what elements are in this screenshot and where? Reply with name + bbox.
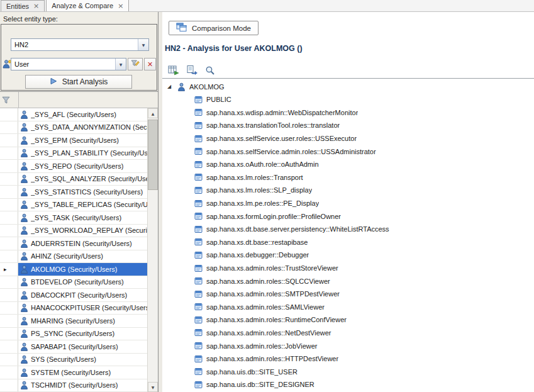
chevron-down-icon[interactable]: ▼ xyxy=(115,59,126,70)
user-list-item[interactable]: _SYS_TABLE_REPLICAS (Security/Users) xyxy=(0,199,147,212)
tree-item-role[interactable]: sap.hana.xs.dt.base.server.persistency::… xyxy=(162,223,534,236)
user-list-item[interactable]: BTDEVELOP (Security/Users) xyxy=(0,276,147,289)
user-list-item[interactable]: ADUERRSTEIN (Security/Users) xyxy=(0,237,147,250)
scroll-down-icon[interactable]: ▼ xyxy=(148,382,158,392)
user-list-rows: _SYS_AFL (Security/Users)_SYS_DATA_ANONY… xyxy=(0,108,147,392)
user-list-item[interactable]: TSCHMIDT (Security/Users) xyxy=(0,379,147,392)
tree-root-item[interactable]: ◢ AKOLMOG xyxy=(162,80,534,93)
user-name: SYSTEM (Security/Users) xyxy=(31,369,111,376)
user-name: _SYS_WORKLOAD_REPLAY (Security/Users) xyxy=(31,227,147,234)
role-name: sap.hana.xs.debugger::Debugger xyxy=(206,251,309,259)
export-file-button[interactable] xyxy=(186,64,198,76)
role-name: sap.hana.xs.admin.roles::SAMLViewer xyxy=(206,303,325,311)
tree-item-role[interactable]: sap.hana.xs.selfService.user.roles::USSE… xyxy=(162,132,534,145)
tree-item-role[interactable]: sap.hana.xs.lm.roles::SLP_display xyxy=(162,184,534,197)
user-list-item[interactable]: _SYS_PLAN_STABILITY (Security/Users) xyxy=(0,147,147,160)
tree-item-role[interactable]: sap.hana.xs.admin.roles::SAMLViewer xyxy=(162,301,534,314)
user-icon xyxy=(20,291,28,300)
tree-item-role[interactable]: sap.hana.xs.admin.roles::RuntimeConfView… xyxy=(162,313,534,327)
tree-expander-icon[interactable]: ◢ xyxy=(167,84,174,89)
scroll-up-icon[interactable]: ▲ xyxy=(148,108,158,118)
user-list-item[interactable]: SYS (Security/Users) xyxy=(0,354,147,367)
row-selection-marker xyxy=(0,211,18,224)
user-list-item[interactable]: _SYS_AFL (Security/Users) xyxy=(0,108,147,121)
tree-item-role[interactable]: sap.hana.uis.db::SITE_DESIGNER xyxy=(162,378,534,391)
select-entity-type-label: Select entity type: xyxy=(3,15,58,23)
filter-edit-button[interactable] xyxy=(128,58,143,70)
system-combo[interactable]: HN2 ▼ xyxy=(11,38,149,51)
tree-item-role[interactable]: sap.hana.xs.lm.roles::Transport xyxy=(162,171,534,184)
user-list-item[interactable]: _SYS_DATA_ANONYMIZATION (Security/Users) xyxy=(0,121,147,135)
chevron-down-icon[interactable]: ▼ xyxy=(138,39,148,50)
tree-root-label: AKOLMOG xyxy=(189,83,225,91)
role-icon xyxy=(194,277,203,285)
tree-item-role[interactable]: sap.hana.xs.oAuth.role::oAuthAdmin xyxy=(162,158,534,171)
tree-item-role[interactable]: sap.hana.xs.admin.roles::TrustStoreViewe… xyxy=(162,262,534,275)
start-analysis-button[interactable]: Start Analysis xyxy=(25,75,132,89)
role-icon xyxy=(194,264,203,272)
tree-item-role[interactable]: sap.hana.xs.admin.roles::SQLCCViewer xyxy=(162,274,534,288)
user-list-item[interactable]: _SYS_STATISTICS (Security/Users) xyxy=(0,186,147,199)
tree-item-role[interactable]: sap.hana.xs.admin.roles::HTTPDestViewer xyxy=(162,352,534,366)
tree-item-role[interactable]: sap.hana.xs.wdisp.admin::WebDispatcherMo… xyxy=(162,106,534,120)
user-name: TSCHMIDT (Security/Users) xyxy=(31,381,118,389)
user-list-item[interactable]: DBACOCKPIT (Security/Users) xyxy=(0,289,147,302)
role-name: sap.hana.xs.lm.roles::SLP_display xyxy=(206,186,312,194)
tree-item-role[interactable]: sap.hana.xs.lm.pe.roles::PE_Display xyxy=(162,197,534,210)
user-list-item[interactable]: ▸AKOLMOG (Security/Users) xyxy=(0,263,147,276)
tree-item-role[interactable]: sap.hana.xs.admin.roles::NetDestViewer xyxy=(162,327,534,340)
entity-combo[interactable]: User ▼ xyxy=(11,58,126,70)
user-list-item[interactable]: SYSTEM (Security/Users) xyxy=(0,366,147,379)
user-list-item[interactable]: _SYS_REPO (Security/Users) xyxy=(0,160,147,173)
user-list-item[interactable]: PS_SYNC (Security/Users) xyxy=(0,328,147,341)
tree-item-role[interactable]: PUBLIC xyxy=(162,93,534,106)
role-name: sap.hana.xs.dt.base.server.persistency::… xyxy=(206,225,389,233)
comparison-mode-button[interactable]: Comparison Mode xyxy=(169,21,259,35)
vertical-scrollbar[interactable]: ▲ ▼ xyxy=(147,108,158,392)
user-name: DBACOCKPIT (Security/Users) xyxy=(31,291,127,299)
user-list-item[interactable]: AHINZ (Security/Users) xyxy=(0,250,147,264)
role-icon xyxy=(194,212,203,220)
scrollbar-thumb[interactable] xyxy=(148,120,158,190)
user-list-item[interactable]: _SYS_EPM (Security/Users) xyxy=(0,134,147,147)
role-name: sap.hana.xs.oAuth.role::oAuthAdmin xyxy=(206,160,319,168)
row-selection-marker xyxy=(0,354,18,366)
close-icon[interactable]: × xyxy=(33,3,39,9)
filter-funnel-icon[interactable] xyxy=(2,96,10,104)
user-list-item[interactable]: SAPABAP1 (Security/Users) xyxy=(0,340,147,354)
user-list-item[interactable]: HANACOCKPITUSER (Security/Users) xyxy=(0,302,147,315)
user-list-item[interactable]: _SYS_SQL_ANALYZER (Security/Users) xyxy=(0,173,147,186)
zoom-icon[interactable] xyxy=(204,64,216,76)
row-selection-marker xyxy=(0,315,18,327)
user-name: _SYS_REPO (Security/Users) xyxy=(31,162,123,170)
row-selection-marker xyxy=(0,379,18,392)
user-list-item[interactable]: MHARING (Security/Users) xyxy=(0,315,147,328)
tree-item-role[interactable]: sap.hana.xs.admin.roles::JobViewer xyxy=(162,339,534,352)
user-name: AHINZ (Security/Users) xyxy=(31,252,103,260)
entity-selection-panel: Select entity type: HN2 ▼ User ▼ ✕ xyxy=(0,12,159,392)
tree-item-role[interactable]: sap.hana.xs.debugger::Debugger xyxy=(162,249,534,262)
tree-item-role[interactable]: sap.hana.xs.admin.roles::SMTPDestViewer xyxy=(162,288,534,301)
clear-filter-icon: ✕ xyxy=(147,60,153,69)
row-selection-marker xyxy=(0,173,18,186)
tab-analyze-compare[interactable]: Analyze & Compare × xyxy=(46,0,129,11)
tab-entities[interactable]: Entities × xyxy=(1,0,45,11)
user-name: SYS (Security/Users) xyxy=(31,356,96,363)
user-icon xyxy=(20,368,28,377)
user-icon xyxy=(20,239,28,248)
user-icon xyxy=(20,252,28,260)
role-icon xyxy=(194,328,203,337)
tree-item-role[interactable]: sap.hana.xs.selfService.admin.roles::USS… xyxy=(162,145,534,158)
tree-item-role[interactable]: sap.hana.xs.dt.base::restapibase xyxy=(162,236,534,249)
tree-item-role[interactable]: sap.hana.xs.translationTool.roles::trans… xyxy=(162,119,534,132)
role-icon xyxy=(194,367,203,376)
row-selection-marker xyxy=(0,121,18,134)
close-icon[interactable]: × xyxy=(118,3,123,9)
export-table-button[interactable] xyxy=(167,64,180,76)
clear-filter-button[interactable]: ✕ xyxy=(144,58,156,70)
system-combo-value: HN2 xyxy=(11,39,138,50)
tree-item-role[interactable]: sap.hana.xs.formLogin.profile::ProfileOw… xyxy=(162,210,534,223)
tree-item-role[interactable]: sap.hana.uis.db::SITE_USER xyxy=(162,365,534,378)
user-list-item[interactable]: _SYS_WORKLOAD_REPLAY (Security/Users) xyxy=(0,225,147,238)
user-list-item[interactable]: _SYS_TASK (Security/Users) xyxy=(0,211,147,225)
